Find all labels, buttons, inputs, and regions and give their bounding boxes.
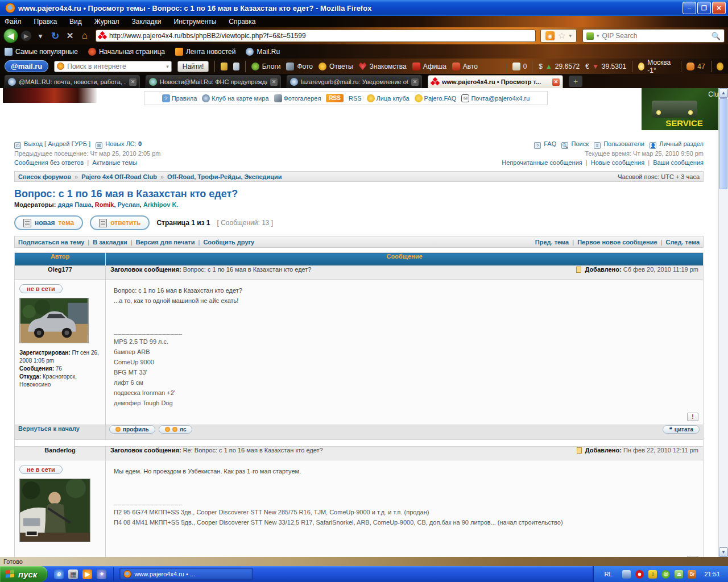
- language-indicator[interactable]: RL: [598, 571, 618, 577]
- url-dropdown-icon[interactable]: ▾: [569, 33, 572, 39]
- mailru-link-blogs[interactable]: Блоги: [251, 63, 281, 70]
- forward-button[interactable]: ▶: [20, 30, 32, 41]
- subscribe-link[interactable]: Подписаться на тему: [18, 239, 84, 246]
- report-post-button[interactable]: !: [687, 413, 698, 421]
- quote-button[interactable]: ❝ цитата: [663, 425, 700, 434]
- link-mail-pajero[interactable]: ✉ Почта@pajero4x4.ru: [461, 94, 530, 102]
- new-pm-link[interactable]: Новых ЛС:: [105, 140, 136, 147]
- link-unread[interactable]: Непрочитанные сообщения: [502, 159, 582, 166]
- link-active-topics[interactable]: Активные темы: [92, 159, 137, 166]
- back-button[interactable]: ◀: [3, 28, 18, 43]
- maximize-button[interactable]: [697, 2, 711, 14]
- new-topic-button[interactable]: новая тема: [14, 215, 83, 230]
- br-tray-icon[interactable]: Br: [688, 570, 696, 579]
- link-search[interactable]: Поиск: [571, 140, 588, 147]
- moderator-link[interactable]: Romik: [95, 201, 114, 208]
- minimize-button[interactable]: [682, 2, 696, 14]
- menu-tools[interactable]: Инструменты: [174, 18, 217, 26]
- reply-button[interactable]: ответить: [90, 215, 150, 230]
- refresh-button[interactable]: ↻: [49, 30, 61, 42]
- tab-close-icon[interactable]: ✕: [129, 78, 136, 86]
- breadcrumb-section[interactable]: Off-Road, Трофи-Рейды, Экспедиции: [167, 173, 282, 180]
- history-dropdown-icon[interactable]: ▾: [34, 31, 47, 40]
- start-button[interactable]: пуск: [0, 566, 47, 582]
- qip-tray-icon[interactable]: @: [661, 570, 670, 579]
- ie-icon[interactable]: e: [54, 569, 64, 579]
- moderator-link[interactable]: Arkhipov K.: [143, 201, 179, 208]
- search-magnifier-icon[interactable]: 🔍: [712, 32, 721, 40]
- post-subject-link[interactable]: Re: Вопрос: с 1 по 16 мая в Казахстан кт…: [183, 447, 323, 454]
- tab-mailru-home[interactable]: @MAIL.RU: почта, новости, работа, ... ✕: [5, 75, 140, 88]
- post-author[interactable]: Banderlog: [15, 447, 106, 460]
- breadcrumb-club[interactable]: Pajero 4x4 Off-Road Club: [81, 173, 157, 180]
- stop-button[interactable]: ✕: [64, 31, 76, 41]
- tab-close-icon[interactable]: ✕: [411, 78, 419, 86]
- bookmark-star-icon[interactable]: ☆: [558, 31, 565, 41]
- usd-rate[interactable]: $ ▲ 29.6572: [539, 63, 580, 70]
- menu-help[interactable]: Справка: [229, 18, 255, 26]
- qip-search-input[interactable]: [602, 32, 709, 40]
- post-subject-link[interactable]: Вопрос: с 1 по 16 мая в Казахстан кто ед…: [183, 266, 312, 273]
- mailru-link-afisha[interactable]: Афиша: [412, 63, 446, 70]
- mailru-logo[interactable]: @mail.ru: [5, 60, 48, 72]
- next-topic-link[interactable]: След. тема: [666, 239, 700, 246]
- safely-remove-icon[interactable]: ⏏: [675, 570, 683, 579]
- email-friend-link[interactable]: Сообщить другу: [203, 239, 254, 246]
- link-unanswered[interactable]: Сообщения без ответов: [14, 159, 84, 166]
- link-faq[interactable]: FAQ: [544, 140, 556, 147]
- bookmark-home-page[interactable]: Начальная страница: [88, 48, 165, 56]
- link-new-posts[interactable]: Новые сообщения: [591, 159, 644, 166]
- weather-widget[interactable]: Москва -1°: [638, 59, 675, 74]
- menu-view[interactable]: Вид: [69, 18, 82, 26]
- pm-button[interactable]: лс: [159, 425, 193, 434]
- mailru-link-dating[interactable]: Знакомства: [359, 63, 407, 70]
- find-button[interactable]: Найти!: [177, 61, 209, 72]
- logout-link[interactable]: Выход [ Андрей ГУРБ ]: [24, 140, 90, 147]
- warning-icon[interactable]: !: [648, 570, 657, 579]
- tab-close-icon[interactable]: ✕: [552, 78, 560, 86]
- scroll-up-icon[interactable]: ▲: [719, 88, 728, 98]
- mailru-link-photo[interactable]: Фото: [286, 63, 313, 70]
- tab-news[interactable]: Новости@Mail.Ru: ФНС предупрежда... ✕: [146, 75, 281, 88]
- record-icon[interactable]: [635, 570, 644, 579]
- taskbar-task-firefox[interactable]: www.pajero4x4.ru • ...: [119, 568, 253, 580]
- home-button[interactable]: ⌂: [78, 30, 91, 41]
- topic-title[interactable]: Вопрос: с 1 по 16 мая в Казахстан кто ед…: [14, 188, 238, 200]
- eur-rate[interactable]: € ▼ 39.5301: [585, 63, 626, 70]
- tab-close-icon[interactable]: ✕: [270, 78, 278, 86]
- mailru-search-box[interactable]: ▾: [54, 61, 171, 72]
- menu-bookmarks[interactable]: Закладки: [132, 18, 162, 26]
- link-photo-gallery[interactable]: Фотогалерея: [274, 94, 321, 102]
- link-your-posts[interactable]: Ваши сообщения: [653, 159, 704, 166]
- back-to-top-link[interactable]: Вернуться к началу: [15, 425, 80, 432]
- mailru-mail-counter[interactable]: 0: [512, 63, 527, 70]
- previous-topic-link[interactable]: Пред. тема: [535, 239, 569, 246]
- menu-history[interactable]: Журнал: [94, 18, 119, 26]
- first-unread-link[interactable]: Первое новое сообщение: [577, 239, 657, 246]
- link-pajero-faq[interactable]: Pajero.FAQ: [415, 94, 457, 102]
- profile-button[interactable]: профиль: [109, 425, 155, 434]
- bookmark-most-popular[interactable]: Самые популярные: [5, 48, 78, 56]
- breadcrumb-forum-index[interactable]: Список форумов: [18, 173, 71, 180]
- bookmark-mailru[interactable]: Mail.Ru: [246, 48, 280, 56]
- tab-mail-notification[interactable]: lazarevgurb@mail.ru: Уведомление об... ✕: [287, 75, 422, 88]
- traffic-widget[interactable]: 47: [686, 63, 705, 70]
- link-rules[interactable]: ? Правила: [162, 94, 197, 102]
- url-input[interactable]: [109, 32, 533, 40]
- rss-feed-icon[interactable]: ◉: [545, 31, 555, 40]
- rss-badge[interactable]: RSS: [326, 94, 344, 102]
- scrollbar-thumb[interactable]: [719, 98, 727, 189]
- moderator-link[interactable]: Руслан: [118, 201, 140, 208]
- page-scrollbar[interactable]: ▲ ▼: [718, 88, 728, 557]
- mailru-link-auto[interactable]: Авто: [452, 63, 478, 70]
- menu-file[interactable]: Файл: [5, 18, 22, 26]
- qip-search-box[interactable]: ▾ 🔍: [582, 29, 725, 43]
- page-search-icon[interactable]: [233, 63, 239, 70]
- close-button[interactable]: [712, 2, 726, 14]
- link-club-faces[interactable]: Лица клуба: [367, 94, 410, 102]
- mailru-search-input[interactable]: [67, 63, 163, 70]
- link-ucp[interactable]: Личный раздел: [659, 140, 704, 147]
- url-bar[interactable]: [96, 30, 536, 42]
- bookmark-news-feed[interactable]: Лента новостей: [175, 48, 236, 56]
- print-view-link[interactable]: Версия для печати: [136, 239, 195, 246]
